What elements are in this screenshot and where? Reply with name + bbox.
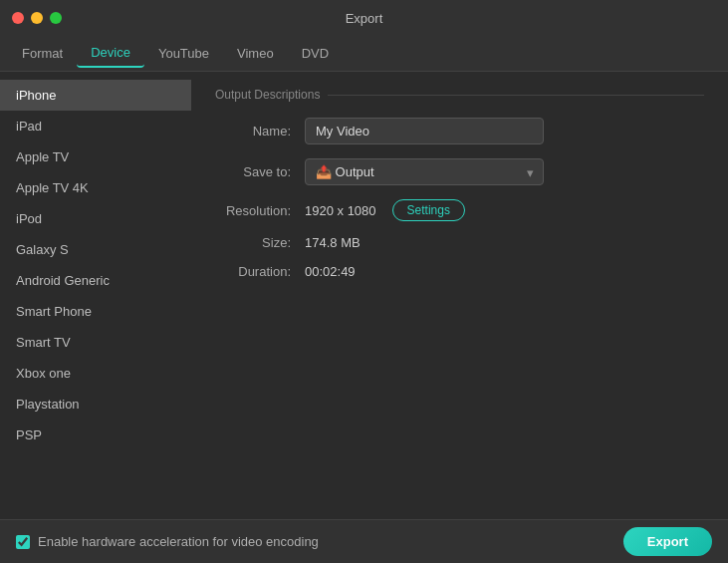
minimize-button[interactable]: [31, 12, 43, 24]
save-to-select[interactable]: 📤 Output: [305, 158, 544, 185]
save-to-row: Save to: 📤 Output ▾: [215, 158, 704, 185]
tab-vimeo[interactable]: Vimeo: [223, 40, 288, 67]
size-row: Size: 174.8 MB: [215, 235, 704, 250]
section-title: Output Descriptions: [215, 88, 704, 102]
sidebar-item-iphone[interactable]: iPhone: [0, 80, 191, 111]
tab-device[interactable]: Device: [77, 39, 144, 68]
tab-format[interactable]: Format: [8, 40, 77, 67]
name-label: Name:: [215, 124, 305, 139]
sidebar-item-psp[interactable]: PSP: [0, 420, 191, 450]
hw-accel-label[interactable]: Enable hardware acceleration for video e…: [16, 534, 319, 549]
title-bar: Export: [0, 0, 728, 36]
window-title: Export: [346, 11, 383, 26]
resolution-value: 1920 x 1080: [305, 203, 376, 218]
sidebar-item-xbox-one[interactable]: Xbox one: [0, 358, 191, 389]
main-content: iPhone iPad Apple TV Apple TV 4K iPod Ga…: [0, 72, 728, 519]
resolution-row: Resolution: 1920 x 1080 Settings: [215, 199, 704, 221]
bottom-bar: Enable hardware acceleration for video e…: [0, 519, 728, 563]
export-button[interactable]: Export: [623, 527, 712, 556]
settings-button[interactable]: Settings: [392, 199, 465, 221]
tab-youtube[interactable]: YouTube: [144, 40, 223, 67]
name-row: Name:: [215, 118, 704, 144]
sidebar-item-ipad[interactable]: iPad: [0, 111, 191, 141]
sidebar-item-apple-tv-4k[interactable]: Apple TV 4K: [0, 172, 191, 203]
save-to-select-wrapper: 📤 Output ▾: [305, 158, 544, 185]
sidebar: iPhone iPad Apple TV Apple TV 4K iPod Ga…: [0, 72, 191, 519]
duration-row: Duration: 00:02:49: [215, 264, 704, 279]
sidebar-item-android-generic[interactable]: Android Generic: [0, 265, 191, 296]
sidebar-item-smart-phone[interactable]: Smart Phone: [0, 296, 191, 327]
tab-dvd[interactable]: DVD: [288, 40, 343, 67]
duration-label: Duration:: [215, 264, 305, 279]
sidebar-item-playstation[interactable]: Playstation: [0, 389, 191, 420]
sidebar-item-smart-tv[interactable]: Smart TV: [0, 327, 191, 358]
maximize-button[interactable]: [50, 12, 62, 24]
close-button[interactable]: [12, 12, 24, 24]
size-value: 174.8 MB: [305, 235, 361, 250]
sidebar-item-apple-tv[interactable]: Apple TV: [0, 141, 191, 172]
duration-value: 00:02:49: [305, 264, 356, 279]
window-controls: [12, 12, 62, 24]
right-panel: Output Descriptions Name: Save to: 📤 Out…: [191, 72, 728, 519]
resolution-label: Resolution:: [215, 203, 305, 218]
save-to-label: Save to:: [215, 164, 305, 179]
sidebar-item-ipod[interactable]: iPod: [0, 203, 191, 234]
hw-accel-checkbox[interactable]: [16, 535, 30, 549]
name-input[interactable]: [305, 118, 544, 144]
size-label: Size:: [215, 235, 305, 250]
sidebar-item-galaxy-s[interactable]: Galaxy S: [0, 234, 191, 265]
tab-bar: Format Device YouTube Vimeo DVD: [0, 36, 728, 72]
